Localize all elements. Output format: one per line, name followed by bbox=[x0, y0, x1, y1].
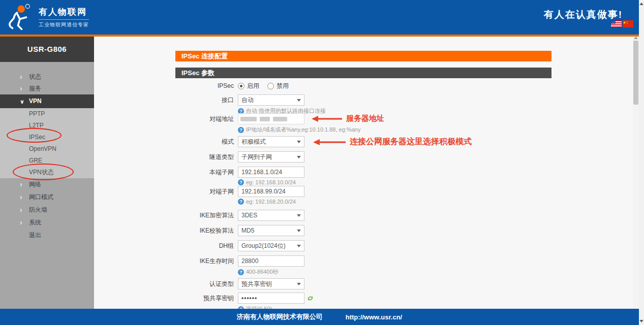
red-arrow-left-icon bbox=[312, 115, 342, 122]
field-label: 本端子网 bbox=[175, 167, 238, 185]
page-scrollbar[interactable] bbox=[639, 0, 644, 325]
field-label: IKE加密算法 bbox=[175, 210, 238, 221]
content-scrollbar[interactable] bbox=[633, 37, 639, 309]
device-name: USR-G806 bbox=[0, 37, 94, 62]
sidebar-item-port-mode[interactable]: 网口模式 bbox=[0, 191, 94, 204]
footer-url-link[interactable]: http://www.usr.cn/ bbox=[346, 313, 402, 321]
scroll-up-icon[interactable] bbox=[634, 37, 638, 39]
interface-select[interactable]: 自动 bbox=[238, 94, 304, 106]
chevron-right-icon bbox=[20, 204, 22, 216]
sidebar-item-system[interactable]: 系统 bbox=[0, 216, 94, 229]
tunnel-type-select[interactable]: 子网到子网 bbox=[238, 151, 304, 162]
field-hint: eg: 192.168.20.0/24 bbox=[238, 199, 304, 205]
ike-auth-select[interactable]: MD5 bbox=[238, 225, 304, 236]
sidebar-item-firewall[interactable]: 防火墙 bbox=[0, 204, 94, 216]
help-icon bbox=[238, 199, 244, 205]
page-title: IPSec 连接配置 bbox=[175, 51, 551, 61]
ike-lifetime-input[interactable] bbox=[238, 255, 304, 267]
field-label: DH组 bbox=[175, 240, 238, 251]
red-arrow-left-icon bbox=[313, 139, 346, 146]
sidebar-item-status[interactable]: 状态 bbox=[0, 71, 94, 83]
scroll-down-icon[interactable] bbox=[639, 320, 643, 322]
ipsec-disable-radio[interactable] bbox=[267, 83, 274, 89]
field-hint: eg: 192.168.10.0/24 bbox=[238, 179, 304, 185]
sidebar-item-services[interactable]: 服务 bbox=[0, 83, 94, 94]
help-icon bbox=[238, 179, 244, 185]
usr-logo-icon bbox=[6, 4, 34, 31]
ipsec-config-page: 有人物联网 工业物联网通信专家 有人在认真做事! bbox=[0, 0, 644, 325]
field-label: 接口 bbox=[175, 94, 238, 115]
header-slogan: 有人在认真做事! bbox=[544, 8, 623, 21]
sidebar-item-vpn-status[interactable]: VPN状态 bbox=[0, 167, 94, 178]
field-label: IPSec bbox=[175, 80, 238, 91]
sidebar: USR-G806 状态 服务 VPN PPTP L2TP bbox=[0, 37, 94, 309]
field-hint: 400-86400秒 bbox=[238, 268, 304, 276]
field-hint: IP地址/域名或者%any,eg:10.10.1.88, eg:%any bbox=[238, 126, 360, 134]
cn-flag-icon[interactable] bbox=[623, 20, 633, 27]
ike-encryption-select[interactable]: 3DES bbox=[238, 210, 304, 221]
peer-address-input[interactable] bbox=[238, 113, 304, 124]
annotation-server-address: 服务器地址 bbox=[312, 114, 384, 123]
redacted-value bbox=[273, 117, 287, 121]
footer-company: 济南有人物联网技术有限公司 bbox=[237, 312, 323, 321]
sidebar-item-l2tp[interactable]: L2TP bbox=[0, 120, 94, 132]
field-label: 隧道类型 bbox=[175, 151, 238, 162]
ipsec-enable-radio[interactable] bbox=[238, 83, 244, 89]
scroll-up-icon[interactable] bbox=[639, 3, 643, 5]
chevron-right-icon bbox=[20, 178, 22, 191]
chevron-right-icon bbox=[20, 71, 22, 83]
refresh-key-icon[interactable] bbox=[307, 295, 314, 302]
logo-subtitle: 工业物联网通信专家 bbox=[39, 19, 89, 28]
usr-logo: 有人物联网 工业物联网通信专家 bbox=[6, 4, 89, 31]
sidebar-item-pptp[interactable]: PPTP bbox=[0, 108, 94, 120]
chevron-right-icon bbox=[20, 216, 22, 229]
sidebar-item-ipsec[interactable]: IPSec bbox=[0, 132, 94, 143]
logo-title: 有人物联网 bbox=[39, 6, 89, 18]
redacted-value bbox=[260, 117, 270, 121]
top-header: 有人物联网 工业物联网通信专家 有人在认真做事! bbox=[0, 0, 639, 35]
section-title: IPSec 参数 bbox=[175, 68, 551, 78]
field-label: 认证类型 bbox=[175, 278, 238, 289]
sidebar-item-openvpn[interactable]: OpenVPN bbox=[0, 143, 94, 155]
us-flag-icon[interactable] bbox=[611, 20, 622, 27]
field-label: IKE生存时间 bbox=[175, 255, 238, 276]
content-scrollbar-thumb[interactable] bbox=[633, 41, 638, 105]
local-subnet-input[interactable] bbox=[238, 167, 304, 178]
remote-subnet-input[interactable] bbox=[238, 186, 304, 197]
field-label: IKE校验算法 bbox=[175, 225, 238, 236]
mode-select[interactable]: 积极模式 bbox=[238, 136, 304, 147]
chevron-down-icon bbox=[20, 94, 24, 109]
chevron-right-icon bbox=[20, 83, 22, 94]
auth-type-select[interactable]: 预共享密钥 bbox=[238, 278, 304, 289]
footer: 济南有人物联网技术有限公司 http://www.usr.cn/ bbox=[0, 309, 639, 325]
redacted-value bbox=[240, 117, 257, 121]
help-icon bbox=[238, 127, 244, 133]
chevron-right-icon bbox=[20, 191, 22, 204]
annotation-mode-note: 连接公网服务器这里选择积极模式 bbox=[313, 137, 472, 147]
field-label: 对端子网 bbox=[175, 186, 238, 205]
sidebar-item-network[interactable]: 网络 bbox=[0, 178, 94, 191]
psk-input[interactable] bbox=[238, 292, 304, 304]
field-label: 对端地址 bbox=[175, 113, 238, 134]
sidebar-item-gre[interactable]: GRE bbox=[0, 155, 94, 167]
sidebar-item-logout[interactable]: 退出 bbox=[0, 229, 94, 242]
dh-group-select[interactable]: Group2(1024位) bbox=[238, 240, 304, 251]
help-icon bbox=[238, 269, 244, 275]
field-label: 模式 bbox=[175, 136, 238, 147]
sidebar-item-vpn[interactable]: VPN bbox=[0, 94, 94, 108]
